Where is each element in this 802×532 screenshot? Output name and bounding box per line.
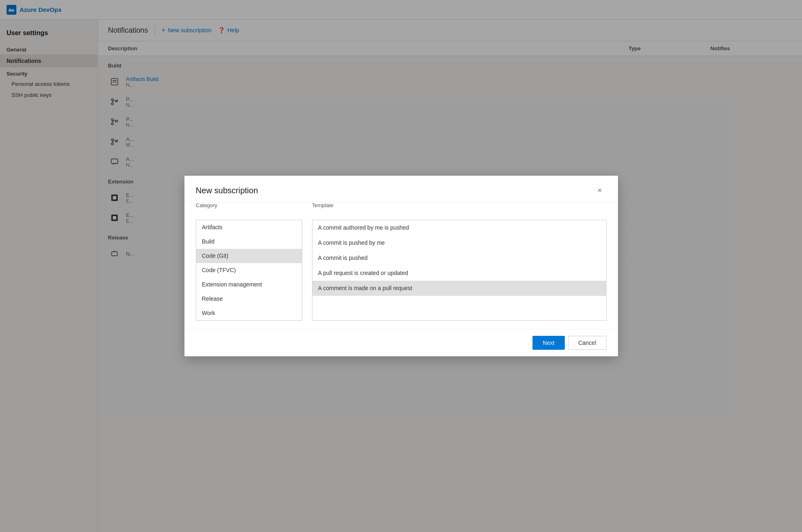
category-item-artifacts[interactable]: Artifacts (196, 220, 302, 235)
new-subscription-dialog: New subscription × Category Template Art… (184, 176, 618, 356)
dialog-col-labels: Category Template (184, 202, 618, 212)
category-item-release[interactable]: Release (196, 292, 302, 306)
template-item-2[interactable]: A commit is pushed by me (312, 235, 606, 250)
template-label: Template (312, 202, 607, 208)
category-label: Category (196, 202, 302, 208)
dialog-close-button[interactable]: × (593, 184, 607, 197)
dialog-body: Artifacts Build Code (Git) Code (TFVC) E… (184, 212, 618, 329)
template-item-3[interactable]: A commit is pushed (312, 250, 606, 266)
category-item-work[interactable]: Work (196, 306, 302, 320)
modal-overlay: New subscription × Category Template Art… (0, 0, 802, 532)
template-item-1[interactable]: A commit authored by me is pushed (312, 220, 606, 235)
category-item-build[interactable]: Build (196, 235, 302, 249)
template-item-4[interactable]: A pull request is created or updated (312, 266, 606, 281)
dialog-header: New subscription × (184, 176, 618, 202)
cancel-button[interactable]: Cancel (568, 336, 607, 350)
category-item-code-git[interactable]: Code (Git) (196, 249, 302, 263)
template-list: A commit authored by me is pushed A comm… (312, 220, 607, 321)
dialog-title: New subscription (196, 186, 258, 195)
category-item-extension-management[interactable]: Extension management (196, 277, 302, 292)
category-item-code-tfvc[interactable]: Code (TFVC) (196, 263, 302, 277)
next-button[interactable]: Next (532, 336, 565, 350)
template-item-5[interactable]: A comment is made on a pull request (312, 281, 606, 296)
dialog-footer: Next Cancel (184, 329, 618, 356)
category-list: Artifacts Build Code (Git) Code (TFVC) E… (196, 220, 302, 321)
